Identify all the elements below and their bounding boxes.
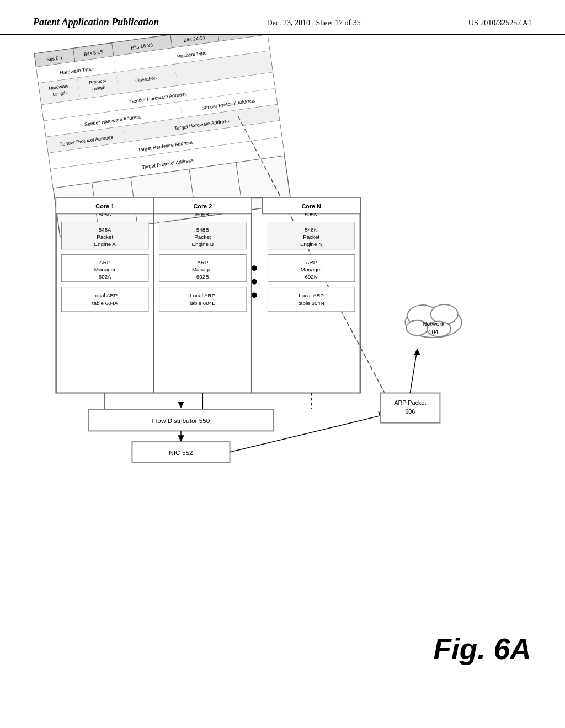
svg-line-45 (268, 173, 385, 393)
svg-rect-56 (61, 222, 148, 249)
svg-text:Engine A: Engine A (94, 241, 116, 247)
svg-rect-18 (116, 64, 178, 94)
svg-text:Manager: Manager (94, 266, 116, 272)
svg-text:Core N: Core N (301, 203, 321, 210)
svg-rect-26 (41, 72, 275, 121)
svg-text:Sender Hardware Address: Sender Hardware Address (130, 91, 188, 104)
svg-rect-0 (34, 35, 291, 237)
svg-line-5 (217, 35, 243, 211)
svg-line-2 (73, 49, 99, 231)
svg-text:Protocol Type: Protocol Type (177, 50, 207, 59)
svg-text:505N: 505N (305, 211, 318, 217)
svg-text:Local ARP: Local ARP (92, 292, 118, 298)
svg-text:Bits 0-7: Bits 0-7 (46, 55, 63, 62)
svg-rect-60 (61, 255, 148, 282)
svg-rect-91 (268, 255, 354, 282)
svg-line-3 (112, 43, 138, 226)
svg-text:Operation: Operation (135, 75, 157, 83)
svg-text:Sender Protocol Address: Sender Protocol Address (201, 98, 256, 111)
svg-point-116 (407, 305, 438, 326)
svg-rect-84 (263, 197, 360, 214)
svg-text:548B: 548B (196, 227, 209, 233)
svg-rect-17 (77, 72, 119, 99)
svg-point-83 (252, 292, 257, 298)
svg-text:Packet: Packet (194, 234, 211, 240)
svg-line-44 (53, 156, 284, 188)
svg-rect-100 (132, 442, 230, 462)
svg-point-81 (252, 265, 257, 271)
svg-point-117 (431, 304, 458, 324)
svg-text:Length: Length (91, 84, 106, 92)
svg-text:ARP: ARP (306, 259, 317, 265)
svg-text:Protocol: Protocol (89, 78, 106, 85)
patent-number: US 2010/325257 A1 (468, 17, 532, 28)
svg-text:Target Hardware Address: Target Hardware Address (137, 140, 193, 153)
svg-line-28 (44, 88, 275, 121)
svg-text:Sender Hardware Address: Sender Hardware Address (84, 114, 142, 127)
svg-text:Manager: Manager (192, 266, 214, 272)
svg-text:Network: Network (423, 320, 445, 327)
svg-text:table 604B: table 604B (190, 300, 216, 306)
svg-point-115 (405, 307, 461, 338)
svg-rect-110 (380, 393, 440, 423)
svg-text:Target Hardware Address: Target Hardware Address (174, 118, 230, 131)
svg-text:Bits 8-15: Bits 8-15 (83, 49, 103, 57)
svg-line-25 (41, 72, 273, 105)
svg-text:ARP: ARP (99, 259, 111, 265)
svg-text:Hardware: Hardware (49, 83, 70, 91)
svg-text:Engine N: Engine N (300, 241, 322, 247)
svg-line-108 (230, 415, 385, 452)
svg-rect-19 (174, 51, 273, 85)
svg-rect-78 (159, 287, 246, 312)
svg-text:602N: 602N (305, 274, 318, 280)
svg-text:table 604A: table 604A (92, 300, 118, 306)
svg-rect-47 (56, 197, 360, 393)
svg-text:Engine B: Engine B (191, 241, 214, 247)
svg-text:NIC 552: NIC 552 (169, 449, 193, 457)
svg-rect-39 (49, 121, 282, 169)
svg-rect-98 (89, 409, 274, 431)
svg-line-46 (238, 116, 385, 393)
svg-text:Target Protocol Address: Target Protocol Address (142, 157, 194, 170)
svg-text:602A: 602A (99, 274, 111, 280)
svg-text:104: 104 (429, 329, 439, 335)
svg-text:Packet: Packet (303, 234, 319, 240)
svg-text:505B: 505B (196, 211, 209, 217)
svg-text:Sender Protocol Address: Sender Protocol Address (59, 134, 114, 147)
svg-rect-11 (36, 56, 116, 83)
svg-text:Core 1: Core 1 (95, 203, 114, 210)
svg-rect-42 (51, 137, 285, 188)
svg-rect-95 (268, 287, 354, 312)
svg-text:ARP Packet: ARP Packet (394, 399, 426, 406)
svg-marker-107 (178, 435, 184, 442)
svg-text:Manager: Manager (301, 266, 323, 272)
svg-rect-29 (44, 102, 182, 137)
svg-rect-74 (159, 255, 246, 282)
svg-point-82 (252, 279, 257, 285)
publication-date: Dec. 23, 2010 Sheet 17 of 35 (266, 17, 360, 28)
svg-text:table 604N: table 604N (298, 300, 324, 306)
svg-text:Bits 24-31: Bits 24-31 (183, 35, 206, 43)
svg-point-118 (406, 320, 428, 336)
svg-text:Flow Distributor 550: Flow Distributor 550 (152, 417, 210, 425)
svg-text:606: 606 (405, 408, 415, 415)
main-content: Bits 0-7 Bits 8-15 Bits 16-23 Bits 24-31… (0, 35, 565, 719)
svg-text:548N: 548N (305, 227, 318, 233)
page-header: Patent Application Publication Dec. 23, … (0, 0, 565, 35)
svg-text:602B: 602B (196, 274, 209, 280)
svg-line-10 (36, 35, 268, 67)
svg-point-119 (427, 322, 451, 337)
svg-text:Local ARP: Local ARP (190, 292, 215, 298)
svg-rect-67 (154, 197, 252, 214)
svg-rect-35 (124, 105, 280, 142)
svg-text:505A: 505A (99, 211, 111, 217)
svg-marker-105 (178, 402, 184, 408)
svg-line-15 (39, 51, 270, 83)
svg-text:Local ARP: Local ARP (299, 292, 324, 298)
svg-rect-34 (46, 126, 125, 153)
svg-line-113 (410, 350, 417, 393)
svg-text:Bits 16-23: Bits 16-23 (131, 42, 153, 50)
svg-line-41 (51, 137, 282, 169)
svg-text:Core 2: Core 2 (194, 203, 212, 210)
svg-line-4 (170, 35, 196, 217)
